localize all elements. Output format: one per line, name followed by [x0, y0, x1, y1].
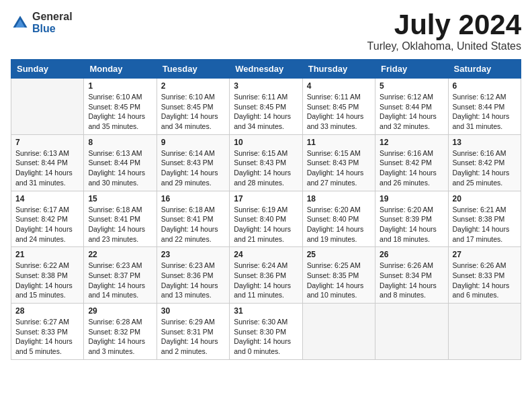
day-info: Sunrise: 6:10 AM Sunset: 8:45 PM Dayligh…	[88, 92, 152, 132]
calendar-cell	[302, 304, 375, 360]
calendar-cell: 31Sunrise: 6:30 AM Sunset: 8:30 PM Dayli…	[230, 304, 302, 360]
day-info: Sunrise: 6:13 AM Sunset: 8:44 PM Dayligh…	[88, 148, 152, 188]
day-info: Sunrise: 6:30 AM Sunset: 8:30 PM Dayligh…	[234, 317, 298, 357]
day-number: 19	[380, 194, 443, 203]
day-number: 29	[88, 306, 152, 316]
calendar-cell: 23Sunrise: 6:23 AM Sunset: 8:36 PM Dayli…	[157, 247, 229, 304]
header-day-sunday: Sunday	[11, 60, 84, 79]
week-row-5: 28Sunrise: 6:27 AM Sunset: 8:33 PM Dayli…	[11, 304, 521, 360]
day-info: Sunrise: 6:19 AM Sunset: 8:40 PM Dayligh…	[234, 205, 298, 244]
calendar-cell: 17Sunrise: 6:19 AM Sunset: 8:40 PM Dayli…	[230, 191, 302, 247]
calendar-cell: 22Sunrise: 6:23 AM Sunset: 8:37 PM Dayli…	[84, 247, 157, 304]
calendar-cell: 27Sunrise: 6:26 AM Sunset: 8:33 PM Dayli…	[448, 247, 521, 304]
calendar-cell: 16Sunrise: 6:18 AM Sunset: 8:41 PM Dayli…	[157, 191, 229, 247]
day-number: 17	[234, 194, 298, 203]
day-info: Sunrise: 6:20 AM Sunset: 8:39 PM Dayligh…	[380, 205, 443, 244]
calendar-cell: 30Sunrise: 6:29 AM Sunset: 8:31 PM Dayli…	[157, 304, 229, 360]
day-info: Sunrise: 6:22 AM Sunset: 8:38 PM Dayligh…	[15, 261, 79, 300]
day-number: 22	[88, 250, 152, 259]
day-info: Sunrise: 6:23 AM Sunset: 8:36 PM Dayligh…	[161, 261, 225, 300]
day-number: 12	[380, 138, 443, 147]
header-day-thursday: Thursday	[302, 60, 375, 79]
day-info: Sunrise: 6:16 AM Sunset: 8:42 PM Dayligh…	[380, 148, 443, 188]
calendar-cell: 25Sunrise: 6:25 AM Sunset: 8:35 PM Dayli…	[302, 247, 375, 304]
day-info: Sunrise: 6:13 AM Sunset: 8:44 PM Dayligh…	[15, 148, 79, 188]
day-info: Sunrise: 6:12 AM Sunset: 8:44 PM Dayligh…	[453, 92, 517, 132]
header-day-saturday: Saturday	[448, 60, 521, 79]
header-row: SundayMondayTuesdayWednesdayThursdayFrid…	[11, 60, 521, 79]
calendar-cell: 14Sunrise: 6:17 AM Sunset: 8:42 PM Dayli…	[11, 191, 84, 247]
day-info: Sunrise: 6:26 AM Sunset: 8:34 PM Dayligh…	[380, 261, 443, 300]
day-info: Sunrise: 6:10 AM Sunset: 8:45 PM Dayligh…	[161, 92, 225, 132]
calendar-cell	[11, 79, 84, 135]
day-number: 21	[15, 250, 79, 259]
week-row-1: 1Sunrise: 6:10 AM Sunset: 8:45 PM Daylig…	[11, 79, 521, 135]
day-number: 27	[453, 250, 517, 259]
calendar-cell: 10Sunrise: 6:15 AM Sunset: 8:43 PM Dayli…	[230, 134, 302, 191]
month-title: July 2024	[367, 11, 521, 39]
day-info: Sunrise: 6:18 AM Sunset: 8:41 PM Dayligh…	[88, 205, 152, 244]
day-info: Sunrise: 6:29 AM Sunset: 8:31 PM Dayligh…	[161, 317, 225, 357]
calendar-cell: 1Sunrise: 6:10 AM Sunset: 8:45 PM Daylig…	[84, 79, 157, 135]
day-info: Sunrise: 6:16 AM Sunset: 8:42 PM Dayligh…	[453, 148, 517, 188]
header-day-wednesday: Wednesday	[230, 60, 302, 79]
calendar-table: SundayMondayTuesdayWednesdayThursdayFrid…	[11, 59, 521, 360]
calendar-cell: 15Sunrise: 6:18 AM Sunset: 8:41 PM Dayli…	[84, 191, 157, 247]
day-info: Sunrise: 6:27 AM Sunset: 8:33 PM Dayligh…	[15, 317, 79, 357]
calendar-cell: 3Sunrise: 6:11 AM Sunset: 8:45 PM Daylig…	[230, 79, 302, 135]
calendar-cell: 20Sunrise: 6:21 AM Sunset: 8:38 PM Dayli…	[448, 191, 521, 247]
day-info: Sunrise: 6:23 AM Sunset: 8:37 PM Dayligh…	[88, 261, 152, 300]
day-info: Sunrise: 6:24 AM Sunset: 8:36 PM Dayligh…	[234, 261, 298, 300]
calendar-cell: 8Sunrise: 6:13 AM Sunset: 8:44 PM Daylig…	[84, 134, 157, 191]
day-info: Sunrise: 6:28 AM Sunset: 8:32 PM Dayligh…	[88, 317, 152, 357]
location-title: Turley, Oklahoma, United States	[367, 40, 521, 52]
day-info: Sunrise: 6:21 AM Sunset: 8:38 PM Dayligh…	[453, 205, 517, 244]
day-number: 24	[234, 250, 298, 259]
logo-text: General Blue	[32, 11, 73, 34]
day-number: 18	[307, 194, 371, 203]
calendar-body: 1Sunrise: 6:10 AM Sunset: 8:45 PM Daylig…	[11, 79, 521, 360]
calendar-cell: 6Sunrise: 6:12 AM Sunset: 8:44 PM Daylig…	[448, 79, 521, 135]
day-number: 10	[234, 138, 298, 147]
calendar-cell: 12Sunrise: 6:16 AM Sunset: 8:42 PM Dayli…	[375, 134, 448, 191]
day-number: 14	[15, 194, 79, 203]
day-number: 1	[88, 81, 152, 91]
day-info: Sunrise: 6:15 AM Sunset: 8:43 PM Dayligh…	[234, 148, 298, 188]
logo-icon	[11, 13, 30, 32]
day-info: Sunrise: 6:11 AM Sunset: 8:45 PM Dayligh…	[234, 92, 298, 132]
logo: General Blue	[11, 11, 73, 34]
day-number: 11	[307, 138, 371, 147]
day-info: Sunrise: 6:25 AM Sunset: 8:35 PM Dayligh…	[307, 261, 371, 300]
header-day-tuesday: Tuesday	[157, 60, 229, 79]
week-row-2: 7Sunrise: 6:13 AM Sunset: 8:44 PM Daylig…	[11, 134, 521, 191]
day-info: Sunrise: 6:18 AM Sunset: 8:41 PM Dayligh…	[161, 205, 225, 244]
day-number: 26	[380, 250, 443, 259]
calendar-cell: 7Sunrise: 6:13 AM Sunset: 8:44 PM Daylig…	[11, 134, 84, 191]
day-number: 25	[307, 250, 371, 259]
calendar-cell: 26Sunrise: 6:26 AM Sunset: 8:34 PM Dayli…	[375, 247, 448, 304]
day-number: 3	[234, 81, 298, 91]
calendar-cell: 13Sunrise: 6:16 AM Sunset: 8:42 PM Dayli…	[448, 134, 521, 191]
day-info: Sunrise: 6:14 AM Sunset: 8:43 PM Dayligh…	[161, 148, 225, 188]
page-header: General Blue July 2024 Turley, Oklahoma,…	[11, 11, 521, 52]
week-row-4: 21Sunrise: 6:22 AM Sunset: 8:38 PM Dayli…	[11, 247, 521, 304]
day-number: 7	[15, 138, 79, 147]
day-number: 31	[234, 306, 298, 316]
calendar-cell: 18Sunrise: 6:20 AM Sunset: 8:40 PM Dayli…	[302, 191, 375, 247]
day-number: 23	[161, 250, 225, 259]
title-block: July 2024 Turley, Oklahoma, United State…	[367, 11, 521, 52]
calendar-cell: 29Sunrise: 6:28 AM Sunset: 8:32 PM Dayli…	[84, 304, 157, 360]
calendar-cell: 21Sunrise: 6:22 AM Sunset: 8:38 PM Dayli…	[11, 247, 84, 304]
calendar-cell: 9Sunrise: 6:14 AM Sunset: 8:43 PM Daylig…	[157, 134, 229, 191]
day-info: Sunrise: 6:17 AM Sunset: 8:42 PM Dayligh…	[15, 205, 79, 244]
calendar-cell	[448, 304, 521, 360]
calendar-cell: 2Sunrise: 6:10 AM Sunset: 8:45 PM Daylig…	[157, 79, 229, 135]
calendar-header: SundayMondayTuesdayWednesdayThursdayFrid…	[11, 60, 521, 79]
calendar-cell: 4Sunrise: 6:11 AM Sunset: 8:45 PM Daylig…	[302, 79, 375, 135]
day-number: 16	[161, 194, 225, 203]
header-day-friday: Friday	[375, 60, 448, 79]
day-number: 30	[161, 306, 225, 316]
calendar-cell: 5Sunrise: 6:12 AM Sunset: 8:44 PM Daylig…	[375, 79, 448, 135]
calendar-cell	[375, 304, 448, 360]
calendar-cell: 11Sunrise: 6:15 AM Sunset: 8:43 PM Dayli…	[302, 134, 375, 191]
